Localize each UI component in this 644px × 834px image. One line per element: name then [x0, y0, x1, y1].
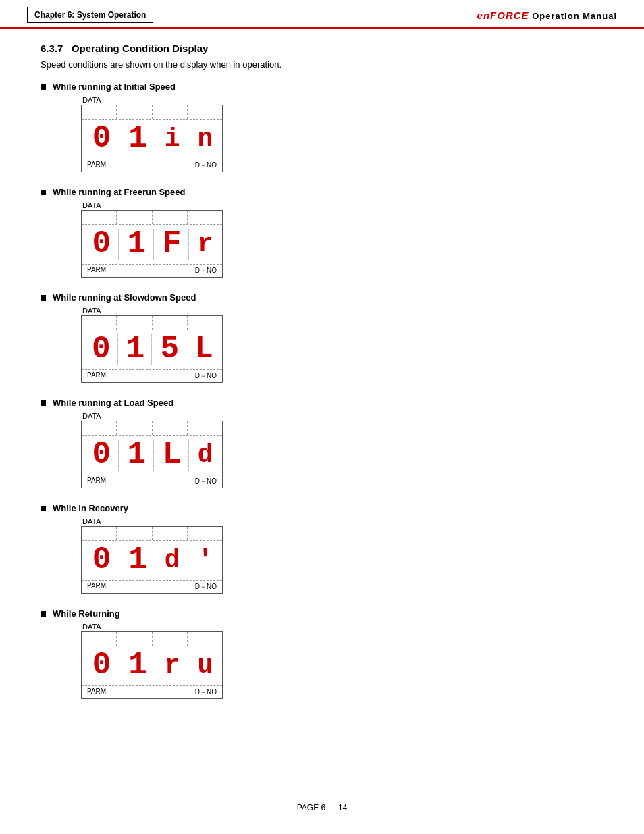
conditions-list: While running at Initial SpeedDATA01inPA…	[41, 82, 603, 699]
digit-divider	[188, 650, 188, 681]
top-cell-1	[117, 527, 152, 540]
digit-0: 0	[92, 230, 109, 258]
display-wrapper-initial-speed: DATA01inPARMD－NO	[81, 96, 603, 172]
manual-title: Operation Manual	[532, 11, 617, 21]
main-content: 6.3.7 Operating Condition Display Speed …	[0, 29, 644, 741]
display-panel-slowdown-speed: 015LPARMD－NO	[81, 315, 223, 383]
digit-divider	[188, 440, 189, 471]
digit-divider	[155, 124, 155, 155]
condition-text: While running at Initial Speed	[53, 82, 176, 92]
top-cell-1	[117, 211, 152, 224]
top-cell-0	[82, 527, 117, 540]
digit-divider	[119, 650, 119, 681]
top-cell-0	[82, 316, 117, 330]
digit-1: 1	[128, 546, 146, 574]
display-panel-initial-speed: 01inPARMD－NO	[81, 105, 223, 172]
digits-row: 015L	[82, 330, 222, 370]
condition-block-slowdown-speed: While running at Slowdown SpeedDATA015LP…	[41, 292, 603, 383]
condition-label-initial-speed: While running at Initial Speed	[41, 82, 603, 92]
digit-3: r	[198, 233, 212, 256]
digit-1: 1	[128, 441, 145, 469]
condition-block-recovery: While in RecoveryDATA01d'PARMD－NO	[41, 503, 603, 594]
brand-title: enFORCE Operation Manual	[477, 9, 617, 21]
data-label: DATA	[82, 412, 603, 420]
top-cell-2	[153, 316, 188, 330]
panel-footer: PARMD－NO	[82, 159, 222, 172]
condition-block-load-speed: While running at Load SpeedDATA01LdPARMD…	[41, 398, 603, 488]
digits-row: 01Fr	[82, 225, 222, 265]
digit-1: 1	[128, 652, 146, 679]
digit-2: 5	[161, 336, 178, 363]
data-label: DATA	[82, 623, 603, 631]
top-cell-0	[82, 632, 117, 646]
condition-block-initial-speed: While running at Initial SpeedDATA01inPA…	[41, 82, 603, 172]
parm-label: PARM	[87, 266, 106, 276]
top-cell-0	[82, 105, 117, 119]
digit-divider	[188, 545, 188, 576]
page: Chapter 6: System Operation enFORCE Oper…	[0, 0, 644, 834]
panel-footer: PARMD－NO	[82, 370, 222, 382]
condition-text: While Returning	[53, 608, 120, 619]
digit-0: 0	[92, 546, 110, 574]
display-panel-load-speed: 01LdPARMD－NO	[81, 421, 223, 488]
digit-1: 1	[126, 336, 144, 363]
digit-2: L	[163, 441, 180, 469]
brand-logo: enFORCE	[477, 9, 529, 21]
condition-text: While running at Freerun Speed	[53, 187, 185, 197]
parm-label: PARM	[87, 582, 106, 592]
digit-divider	[155, 650, 155, 681]
data-label: DATA	[82, 96, 603, 104]
digit-2: F	[163, 230, 180, 258]
top-cell-0	[82, 211, 117, 224]
digit-divider	[153, 229, 154, 260]
digit-divider	[118, 229, 119, 260]
parm-label: PARM	[87, 477, 106, 486]
parm-label: PARM	[87, 161, 106, 170]
digit-0: 0	[92, 441, 109, 469]
dno-label: D－NO	[195, 477, 217, 486]
digit-divider	[118, 440, 119, 471]
digit-divider	[186, 334, 186, 365]
condition-label-load-speed: While running at Load Speed	[41, 398, 603, 408]
top-cell-3	[188, 211, 222, 224]
top-cell-1	[117, 316, 152, 330]
dno-label: D－NO	[195, 687, 217, 697]
digit-0: 0	[92, 652, 110, 679]
digit-0: 0	[92, 125, 110, 153]
data-label: DATA	[82, 517, 603, 525]
condition-block-returning: While ReturningDATA01ruPARMD－NO	[41, 608, 603, 699]
digit-divider	[188, 124, 188, 155]
display-wrapper-slowdown-speed: DATA015LPARMD－NO	[81, 307, 603, 383]
condition-block-freerun-speed: While running at Freerun SpeedDATA01FrPA…	[41, 187, 603, 278]
display-wrapper-load-speed: DATA01LdPARMD－NO	[81, 412, 603, 488]
bullet-icon	[41, 190, 46, 195]
digit-3: d	[198, 444, 212, 467]
page-footer: PAGE 6 － 14	[0, 796, 644, 820]
digit-3: n	[197, 128, 211, 151]
section-title: 6.3.7 Operating Condition Display	[41, 43, 603, 54]
digit-1: 1	[128, 230, 145, 258]
digit-divider	[117, 334, 118, 365]
digit-1: 1	[128, 125, 146, 153]
digits-row: 01d'	[82, 541, 222, 581]
dno-label: D－NO	[195, 266, 217, 276]
condition-label-slowdown-speed: While running at Slowdown Speed	[41, 292, 603, 303]
top-cell-2	[153, 527, 188, 540]
top-cell-0	[82, 421, 117, 435]
panel-footer: PARMD－NO	[82, 475, 222, 488]
digit-divider	[119, 124, 119, 155]
digit-divider	[119, 545, 119, 576]
condition-text: While in Recovery	[53, 503, 128, 513]
section-description: Speed conditions are shown on the displa…	[41, 59, 603, 70]
data-label: DATA	[82, 307, 603, 315]
parm-label: PARM	[87, 687, 106, 697]
dno-label: D－NO	[195, 371, 217, 381]
digit-2: i	[165, 128, 179, 151]
top-cell-3	[188, 632, 222, 646]
dno-label: D－NO	[195, 161, 217, 170]
condition-label-freerun-speed: While running at Freerun Speed	[41, 187, 603, 197]
top-cell-2	[153, 211, 188, 224]
digits-row: 01ru	[82, 646, 222, 686]
digit-divider	[151, 334, 152, 365]
digit-2: r	[165, 654, 179, 677]
